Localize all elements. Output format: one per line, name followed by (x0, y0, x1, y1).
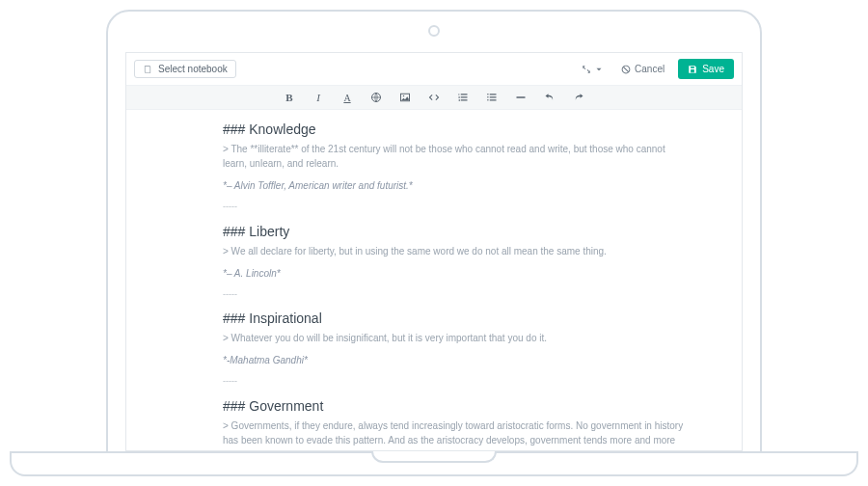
minus-icon (515, 92, 527, 103)
select-notebook-label: Select notebook (158, 64, 228, 74)
heading: ### Inspirational (223, 309, 684, 329)
section-knowledge: ### Knowledge > The **illiterate** of th… (223, 120, 684, 193)
bold-button[interactable]: B (283, 91, 296, 104)
attribution: *– Alvin Toffler, American writer and fu… (223, 178, 684, 193)
cancel-button[interactable]: Cancel (615, 61, 670, 77)
quote-text: > Whatever you do will be insignificant,… (223, 331, 684, 345)
top-actions: Cancel Save (578, 59, 734, 79)
heading: ### Government (223, 396, 684, 417)
quote-text: > Governments, if they endure, always te… (223, 418, 684, 451)
separator: ----- (223, 375, 684, 389)
section-inspirational: ### Inspirational > Whatever you do will… (223, 309, 684, 367)
cancel-icon (621, 65, 631, 74)
save-icon (688, 65, 697, 74)
section-liberty: ### Liberty > We all declare for liberty… (223, 222, 684, 281)
code-icon (428, 92, 440, 103)
quote-text: > The **illiterate** of the 21st century… (223, 142, 684, 171)
ordered-list-button[interactable] (456, 91, 470, 104)
undo-icon (544, 92, 556, 103)
expand-icon (582, 65, 591, 74)
hr-button[interactable] (514, 91, 528, 104)
heading: ### Liberty (223, 222, 684, 242)
caret-down-icon (594, 65, 604, 74)
list-ul-icon (486, 92, 498, 103)
format-toolbar: B I A (126, 86, 742, 110)
select-notebook-button[interactable]: Select notebook (134, 60, 236, 78)
svg-point-4 (487, 96, 489, 98)
quote-text: > We all declare for liberty, but in usi… (223, 244, 684, 258)
font-button[interactable]: A (340, 91, 354, 104)
separator: ----- (223, 288, 684, 302)
list-ol-icon (457, 92, 469, 103)
globe-icon (370, 92, 382, 103)
redo-button[interactable] (572, 91, 585, 104)
topbar: Select notebook Cancel Save (126, 53, 742, 86)
code-button[interactable] (427, 91, 441, 104)
undo-button[interactable] (543, 91, 556, 104)
laptop-notch (371, 451, 497, 463)
cancel-label: Cancel (635, 64, 665, 74)
svg-rect-6 (517, 96, 526, 98)
save-button[interactable]: Save (678, 59, 734, 79)
section-government: ### Government > Governments, if they en… (223, 396, 684, 451)
expand-button[interactable] (578, 62, 608, 77)
svg-point-2 (403, 95, 405, 97)
svg-point-5 (487, 99, 489, 101)
attribution: *-Mahatma Gandhi* (223, 353, 684, 367)
image-icon (399, 92, 411, 103)
book-icon (143, 65, 152, 74)
laptop-frame: Select notebook Cancel Save B I (106, 10, 762, 453)
unordered-list-button[interactable] (485, 91, 499, 104)
heading: ### Knowledge (223, 120, 684, 140)
save-label: Save (702, 64, 724, 74)
camera-icon (428, 25, 440, 37)
link-button[interactable] (369, 91, 383, 104)
image-button[interactable] (398, 91, 412, 104)
italic-button[interactable]: I (312, 91, 325, 104)
attribution: *– A. Lincoln* (223, 266, 684, 281)
redo-icon (573, 92, 584, 103)
laptop-base (10, 451, 858, 476)
separator: ----- (223, 201, 684, 214)
app-screen: Select notebook Cancel Save B I (125, 52, 743, 451)
editor-area[interactable]: ### Knowledge > The **illiterate** of th… (126, 110, 742, 450)
svg-point-3 (487, 94, 489, 95)
